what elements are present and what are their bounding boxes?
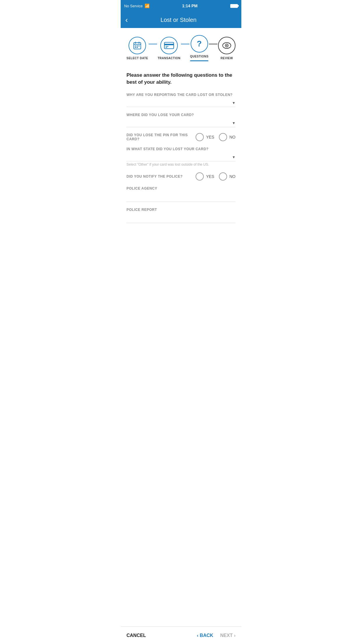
field-lose-pin: DID YOU LOSE THE PIN FOR THIS CARD? YES … [126,133,236,141]
battery-icon [230,4,238,8]
radio-label-notify-no: NO [229,174,236,179]
dropdown-where-lost[interactable]: ▼ [126,119,236,127]
svg-point-15 [226,45,227,46]
radio-notify-police-yes[interactable]: YES [196,172,214,181]
step-label-questions: QUESTIONS [190,55,208,58]
field-what-state: IN WHAT STATE DID YOU LOST YOUR CARD? ▼ … [126,147,236,167]
radio-circle-notify-yes [196,172,204,181]
back-button[interactable]: ‹ [125,16,131,24]
page-title: Lost or Stolen [131,17,226,23]
svg-rect-12 [166,47,167,48]
connector-1 [149,44,157,44]
dropdown-what-state[interactable]: ▼ [126,153,236,161]
svg-rect-11 [166,46,168,47]
header: ‹ Lost or Stolen [121,12,241,28]
field-where-lost: WHERE DID YOU LOSE YOUR CARD? ▼ [126,113,236,127]
step-circle-questions: ? [191,35,208,52]
field-police-report: POLICE REPORT [126,208,236,223]
status-bar: No Service 📶 1:14 PM [121,0,241,12]
connector-3 [209,44,217,44]
step-label-review: REVIEW [221,57,233,60]
radio-circle-lose-pin-no [219,133,227,141]
radio-circle-notify-no [219,172,227,181]
step-label-select-date: SELECT DATE [126,57,148,60]
current-step-indicator [190,60,208,61]
input-police-report[interactable] [126,214,236,223]
status-left: No Service 📶 [124,4,150,8]
svg-rect-7 [135,47,136,48]
connector-2 [181,44,189,44]
wifi-icon: 📶 [145,4,150,8]
dropdown-why-reporting[interactable]: ▼ [126,99,236,107]
svg-rect-8 [137,47,138,48]
input-police-agency[interactable] [126,193,236,202]
step-select-date: SELECT DATE [126,37,148,60]
svg-rect-10 [164,44,174,45]
svg-rect-6 [138,46,140,46]
radio-notify-police-no[interactable]: NO [219,172,236,181]
label-notify-police: DID YOU NOTIFY THE POLICE? [126,174,191,178]
step-circle-transaction [160,37,178,54]
radio-lose-pin-yes[interactable]: YES [196,133,214,141]
field-why-reporting: WHY ARE YOU REPORTING THE CARD LOST OR S… [126,93,236,107]
chevron-down-icon: ▼ [232,101,236,105]
carrier-label: No Service [124,4,143,8]
state-hint: Select "Other" if your card was lost out… [126,162,236,167]
label-what-state: IN WHAT STATE DID YOU LOST YOUR CARD? [126,147,236,151]
instructions-text: Please answer the following questions to… [126,72,236,86]
step-review: REVIEW [218,37,236,60]
step-questions: ? QUESTIONS [190,35,208,61]
field-police-agency: POLICE AGENCY [126,186,236,202]
question-mark-icon: ? [197,39,202,48]
radio-label-lose-pin-no: NO [229,135,236,139]
content-area: Please answer the following questions to… [121,66,241,258]
radio-circle-lose-pin-yes [196,133,204,141]
label-police-report: POLICE REPORT [126,208,236,212]
label-police-agency: POLICE AGENCY [126,186,236,190]
radio-label-notify-yes: YES [206,174,214,179]
svg-rect-5 [137,46,138,46]
step-circle-select-date [129,37,146,54]
label-lose-pin: DID YOU LOSE THE PIN FOR THIS CARD? [126,133,191,141]
time-label: 1:14 PM [182,4,198,8]
radio-label-lose-pin-yes: YES [206,135,214,139]
field-notify-police: DID YOU NOTIFY THE POLICE? YES NO [126,172,236,181]
step-label-transaction: TRANSACTION [158,57,180,60]
steps-container: SELECT DATE TRANSACTION ? QUESTIONS [121,28,241,66]
chevron-down-icon-3: ▼ [232,155,236,159]
step-transaction: TRANSACTION [158,37,180,60]
chevron-down-icon-2: ▼ [232,121,236,125]
battery-indicator [230,4,238,8]
steps-row: SELECT DATE TRANSACTION ? QUESTIONS [126,35,236,61]
svg-rect-4 [135,46,136,46]
step-circle-review [218,37,236,54]
radio-lose-pin-no[interactable]: NO [219,133,236,141]
label-where-lost: WHERE DID YOU LOSE YOUR CARD? [126,113,236,117]
label-why-reporting: WHY ARE YOU REPORTING THE CARD LOST OR S… [126,93,236,97]
